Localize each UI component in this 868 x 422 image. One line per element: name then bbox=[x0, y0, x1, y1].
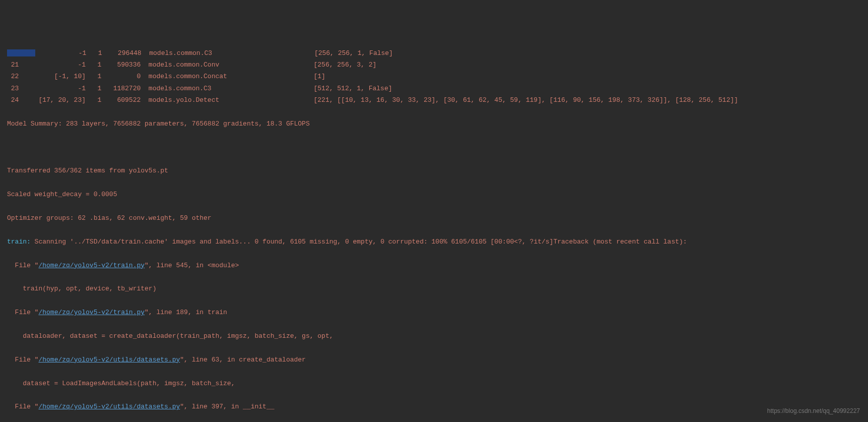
model-row: 21 -1 1 590336 models.common.Conv [256, … bbox=[7, 59, 861, 71]
file-suffix: ", line 397, in __init__ bbox=[180, 403, 274, 410]
file-suffix: ", line 189, in train bbox=[145, 309, 227, 316]
selection-highlight bbox=[7, 49, 35, 56]
traceback-file-1: File "/home/zq/yolov5-v2/train.py", line… bbox=[7, 260, 861, 271]
file-suffix: ", line 545, in <module> bbox=[145, 262, 239, 269]
scan-text: Scanning '../TSD/data/train.cache' image… bbox=[31, 238, 687, 246]
file-link-4[interactable]: /home/zq/yolov5-v2/utils/datasets.py bbox=[38, 403, 180, 410]
model-row: 23 -1 1 1182720 models.common.C3 [512, 5… bbox=[7, 83, 861, 94]
file-prefix: File " bbox=[7, 309, 38, 316]
watermark: https://blog.csdn.net/qq_40992227 bbox=[767, 406, 860, 417]
traceback-file-3: File "/home/zq/yolov5-v2/utils/datasets.… bbox=[7, 354, 861, 366]
terminal-output[interactable]: -1 1 296448 models.common.C3 [256, 256, … bbox=[7, 47, 861, 106]
file-prefix: File " bbox=[7, 262, 38, 269]
file-prefix: File " bbox=[7, 356, 38, 364]
train-scan-1: train: Scanning '../TSD/data/train.cache… bbox=[7, 236, 861, 248]
train-label: train: bbox=[7, 238, 31, 246]
traceback-file-4: File "/home/zq/yolov5-v2/utils/datasets.… bbox=[7, 401, 861, 412]
traceback-code-2: dataloader, dataset = create_dataloader(… bbox=[7, 330, 861, 342]
scaled-msg: Scaled weight_decay = 0.0005 bbox=[7, 189, 861, 200]
transferred-msg: Transferred 356/362 items from yolov5s.p… bbox=[7, 165, 861, 176]
model-row: 22 [-1, 10] 1 0 models.common.Concat [1] bbox=[7, 71, 861, 82]
file-link-1[interactable]: /home/zq/yolov5-v2/train.py bbox=[38, 262, 145, 269]
traceback-file-2: File "/home/zq/yolov5-v2/train.py", line… bbox=[7, 307, 861, 318]
optimizer-msg: Optimizer groups: 62 .bias, 62 conv.weig… bbox=[7, 212, 861, 224]
blank bbox=[7, 142, 861, 153]
model-row: 24 [17, 20, 23] 1 609522 models.yolo.Det… bbox=[7, 94, 861, 106]
model-summary: Model Summary: 283 layers, 7656882 param… bbox=[7, 118, 861, 130]
file-link-3[interactable]: /home/zq/yolov5-v2/utils/datasets.py bbox=[38, 356, 180, 364]
traceback-code-1: train(hyp, opt, device, tb_writer) bbox=[7, 283, 861, 294]
file-link-2[interactable]: /home/zq/yolov5-v2/train.py bbox=[38, 309, 145, 316]
model-row: -1 1 296448 models.common.C3 [256, 256, … bbox=[7, 47, 861, 59]
file-suffix: ", line 63, in create_dataloader bbox=[180, 356, 306, 364]
file-prefix: File " bbox=[7, 403, 38, 410]
traceback-code-3: dataset = LoadImagesAndLabels(path, imgs… bbox=[7, 378, 861, 389]
